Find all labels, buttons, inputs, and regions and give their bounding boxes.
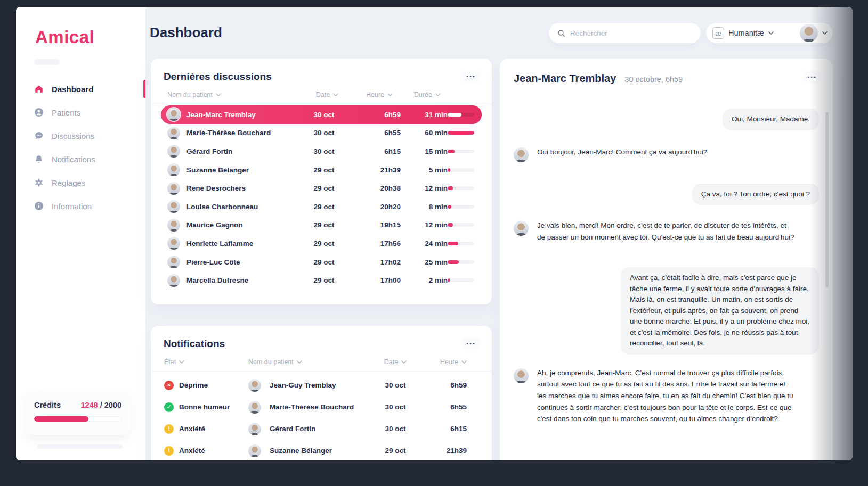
date: 29 oct <box>296 258 352 266</box>
discussions-menu-button[interactable]: ··· <box>462 70 480 83</box>
sidebar-item-settings[interactable]: Réglages <box>16 171 145 194</box>
assistant-message: Ah, je comprends, Jean-Marc. C'est norma… <box>514 367 819 425</box>
patient-name: Maurice Gagnon <box>186 221 296 229</box>
table-row[interactable]: Maurice Gagnon 29 oct 19h15 12 min <box>161 216 482 235</box>
credits-progress-track <box>34 416 121 422</box>
patient-name: Marcella Dufresne <box>186 276 296 284</box>
table-row[interactable]: Marie-Thérèse Bouchard 30 oct 6h55 60 mi… <box>161 124 482 143</box>
chat-messages: Oui, Monsieur, Madame. Oui bonjour, Jean… <box>500 87 833 425</box>
table-row[interactable]: René Desrochers 29 oct 20h38 12 min <box>161 179 482 197</box>
search-input[interactable] <box>570 29 692 37</box>
avatar <box>514 147 529 162</box>
discussions-column-headers: Nom du patient Date Heure Durée <box>151 83 492 104</box>
sort-name[interactable]: Nom du patient <box>167 91 299 98</box>
list-item[interactable]: ! Anxiété Suzanne Bélanger 29 oct 21h39 <box>161 441 482 460</box>
notifications-title: Notifications <box>164 338 225 350</box>
user-avatar[interactable] <box>800 24 818 42</box>
status-label: Anxiété <box>179 447 248 455</box>
language-selector-label[interactable]: Humanitæ <box>728 29 764 37</box>
discussions-title: Dernières discussions <box>164 71 272 83</box>
date: 29 oct <box>296 203 352 211</box>
chat-scrollbar[interactable] <box>825 112 829 287</box>
time: 17h00 <box>352 276 401 284</box>
date: 29 oct <box>296 166 352 174</box>
table-row[interactable]: Marcella Dufresne 29 oct 17h00 2 min <box>161 271 482 290</box>
sidebar-item-dashboard[interactable]: Dashboard <box>16 77 145 101</box>
chat-panel: Jean-Marc Tremblay 30 octobre, 6h59 ··· … <box>500 59 833 460</box>
status-anxiety-icon: ! <box>164 446 174 456</box>
sort-date[interactable]: Date <box>369 358 422 366</box>
patient-name: Pierre-Luc Côté <box>186 258 296 266</box>
patient-name: Henriette Laflamme <box>186 240 296 248</box>
avatar <box>167 256 180 268</box>
date: 30 oct <box>296 111 352 119</box>
sort-state[interactable]: État <box>164 358 248 366</box>
date: 30 oct <box>369 403 422 411</box>
avatar <box>248 423 261 435</box>
avatar <box>514 368 529 383</box>
table-row[interactable]: Henriette Laflamme 29 oct 17h56 24 min <box>161 234 482 253</box>
credits-progress-fill <box>34 416 88 422</box>
chat-menu-button[interactable]: ··· <box>803 71 821 83</box>
sort-name[interactable]: Nom du patient <box>248 358 369 366</box>
sort-time[interactable]: Heure <box>422 358 467 366</box>
notifications-column-headers: État Nom du patient Date Heure <box>151 350 492 372</box>
time: 6h55 <box>352 129 401 137</box>
table-row[interactable]: Jean-Marc Tremblay 30 oct 6h59 31 min <box>161 105 482 124</box>
time: 6h55 <box>422 403 467 411</box>
time: 19h15 <box>352 221 401 229</box>
sidebar-item-discussions[interactable]: Discussions <box>16 124 145 147</box>
list-item[interactable]: ✓ Bonne humeur Marie-Thérèse Bouchard 30… <box>161 398 482 416</box>
sidebar-item-patients[interactable]: Patients <box>16 101 145 124</box>
sort-date[interactable]: Date <box>299 91 355 98</box>
time: 17h02 <box>352 258 401 266</box>
date: 29 oct <box>296 221 352 229</box>
sidebar: Amical Dashboard Patients Discussi <box>16 7 146 460</box>
credits-value: 1248 / 2000 <box>80 401 121 409</box>
assistant-message-text: Ah, je comprends, Jean-Marc. C'est norma… <box>537 367 796 425</box>
time: 6h15 <box>352 147 401 155</box>
app-window: Amical Dashboard Patients Discussi <box>16 7 853 460</box>
duration-bar <box>448 168 474 172</box>
user-icon <box>34 108 44 117</box>
sidebar-item-label: Patients <box>52 108 80 117</box>
chevron-down-icon[interactable] <box>768 31 774 35</box>
duration: 12 min <box>401 221 448 229</box>
patient-name: Marie-Thérèse Bouchard <box>270 403 369 411</box>
avatar <box>167 182 180 195</box>
active-indicator <box>143 80 145 98</box>
date: 29 oct <box>296 184 352 192</box>
list-item[interactable]: ! Anxiété Gérard Fortin 30 oct 6h15 <box>161 419 482 438</box>
duration: 8 min <box>401 203 448 211</box>
ae-language-icon: æ <box>712 27 724 39</box>
time: 6h59 <box>352 111 401 119</box>
sidebar-skeleton <box>34 59 60 65</box>
duration-bar <box>448 150 474 153</box>
status-depressed-icon: × <box>164 381 174 390</box>
sidebar-item-information[interactable]: Information <box>16 194 145 218</box>
sidebar-nav: Dashboard Patients Discussions Notific <box>16 77 145 218</box>
patient-name: Jean-Guy Tremblay <box>270 381 369 389</box>
table-row[interactable]: Gérard Fortin 30 oct 6h15 15 min <box>161 142 482 161</box>
info-icon <box>34 201 44 211</box>
sidebar-item-notifications[interactable]: Notifications <box>16 147 145 171</box>
avatar <box>167 108 180 121</box>
table-row[interactable]: Pierre-Luc Côté 29 oct 17h02 25 min <box>161 253 482 271</box>
sidebar-item-label: Réglages <box>52 178 85 187</box>
duration-bar <box>448 260 474 264</box>
sort-duration[interactable]: Durée <box>404 91 451 98</box>
table-row[interactable]: Louise Charbonneau 29 oct 20h20 8 min <box>161 197 482 216</box>
table-row[interactable]: Suzanne Bélanger 29 oct 21h39 5 min <box>161 161 482 179</box>
avatar <box>248 379 261 392</box>
time: 6h59 <box>422 381 467 389</box>
sort-time[interactable]: Heure <box>355 91 404 98</box>
chevron-down-icon[interactable] <box>822 31 828 35</box>
duration: 31 min <box>401 111 448 119</box>
list-item[interactable]: × Déprime Jean-Guy Tremblay 30 oct 6h59 <box>161 376 482 394</box>
date: 29 oct <box>369 447 422 455</box>
gear-icon <box>34 178 44 187</box>
duration-bar <box>448 278 474 282</box>
notifications-menu-button[interactable]: ··· <box>462 337 480 350</box>
date: 29 oct <box>296 276 352 284</box>
date: 30 oct <box>369 381 422 389</box>
